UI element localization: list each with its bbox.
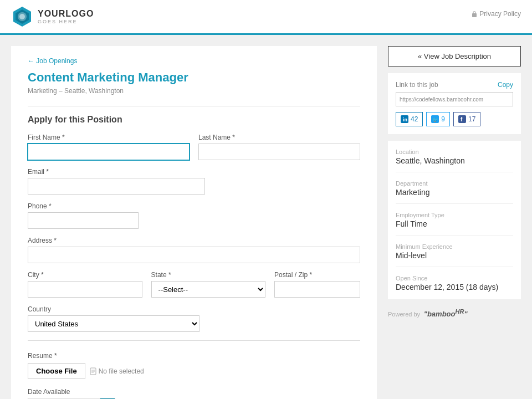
address-row: Address * (28, 237, 360, 263)
first-name-input[interactable] (28, 144, 190, 160)
city-group: City * (28, 271, 142, 298)
state-label: State * (151, 271, 266, 279)
privacy-policy-link[interactable]: Privacy Policy (472, 10, 521, 18)
file-icon (90, 367, 96, 375)
employment-type-item: Employment Type Full Time (396, 212, 513, 236)
svg-text:in: in (403, 117, 407, 122)
link-to-job-label: Link to this job (396, 81, 438, 89)
linkedin-icon: in (401, 115, 408, 123)
address-input[interactable] (28, 247, 360, 263)
resume-divider (28, 340, 360, 341)
form-section-title: Apply for this Position (28, 115, 360, 125)
header: YOURLOGO GOES HERE Privacy Policy (0, 0, 532, 35)
powered-by-label: Powered by (388, 311, 420, 318)
twitter-share-button[interactable]: 🐦 9 (426, 112, 450, 126)
linkedin-share-button[interactable]: in 42 (396, 112, 423, 126)
email-row: Email * (28, 168, 360, 195)
country-select[interactable]: United States (28, 315, 200, 332)
min-experience-item: Minimum Experience Mid-level (396, 243, 513, 267)
date-available-label: Date Available (28, 388, 360, 396)
email-input[interactable] (28, 178, 205, 195)
open-since-label: Open Since (396, 275, 513, 282)
bamboohr-logo-text: "bambooHR" (422, 310, 467, 318)
min-experience-value: Mid-level (396, 251, 513, 260)
application-form-panel: ← Job Openings Content Marketing Manager… (11, 46, 377, 399)
facebook-share-button[interactable]: f 17 (453, 112, 480, 126)
department-label: Department (396, 180, 513, 187)
phone-group: Phone * (28, 202, 360, 229)
sidebar: « View Job Description Link to this job … (388, 46, 521, 399)
email-group: Email * (28, 168, 360, 195)
linkedin-count: 42 (411, 115, 418, 123)
resume-section: Resume * Choose File No file selected (28, 352, 360, 379)
first-name-group: First Name * (28, 134, 190, 160)
svg-point-3 (19, 14, 25, 19)
postal-input[interactable] (274, 281, 360, 298)
department-value: Marketing (396, 188, 513, 197)
department-item: Department Marketing (396, 180, 513, 204)
logo-tagline: GOES HERE (38, 19, 94, 24)
phone-row: Phone * (28, 202, 360, 229)
open-since-item: Open Since December 12, 2015 (18 days) (396, 275, 513, 291)
view-job-description-button[interactable]: « View Job Description (388, 46, 521, 66)
last-name-input[interactable] (198, 144, 360, 160)
phone-label: Phone * (28, 202, 360, 210)
last-name-label: Last Name * (198, 134, 360, 141)
twitter-icon: 🐦 (431, 115, 439, 123)
copy-link-button[interactable]: Copy (498, 81, 513, 89)
location-label: Location (396, 149, 513, 155)
resume-label: Resume * (28, 352, 360, 360)
no-file-label: No file selected (99, 367, 144, 375)
resume-upload-row: Choose File No file selected (28, 363, 360, 379)
employment-type-value: Full Time (396, 219, 513, 228)
date-available-section: Date Available (28, 388, 360, 399)
job-subtitle: Marketing – Seattle, Washington (28, 87, 360, 95)
country-row: Country United States (28, 305, 360, 332)
location-value: Seattle, Washington (396, 156, 513, 165)
job-info-section: Location Seattle, Washington Department … (388, 141, 521, 299)
job-title: Content Marketing Manager (28, 70, 360, 85)
email-label: Email * (28, 168, 360, 176)
facebook-icon: f (458, 115, 466, 123)
link-to-job-row: Link to this job Copy (396, 81, 513, 89)
open-since-value: December 12, 2015 (18 days) (396, 283, 513, 291)
address-group: Address * (28, 237, 360, 263)
name-row: First Name * Last Name * (28, 134, 360, 160)
facebook-count: 17 (468, 115, 475, 123)
state-group: State * --Select-- (151, 271, 266, 298)
social-share-row: in 42 🐦 9 f 17 (396, 112, 513, 126)
logo-icon (11, 6, 33, 28)
country-group: Country United States (28, 305, 360, 332)
phone-input[interactable] (28, 212, 139, 229)
state-select[interactable]: --Select-- (151, 281, 266, 298)
address-label: Address * (28, 237, 360, 244)
svg-text:🐦: 🐦 (432, 116, 439, 123)
employment-type-label: Employment Type (396, 212, 513, 218)
back-to-job-openings-link[interactable]: ← Job Openings (28, 57, 360, 65)
main-layout: ← Job Openings Content Marketing Manager… (0, 35, 532, 399)
postal-group: Postal / Zip * (274, 271, 360, 298)
location-item: Location Seattle, Washington (396, 149, 513, 172)
powered-by: Powered by "bambooHR" (388, 306, 521, 320)
privacy-policy-label: Privacy Policy (479, 10, 521, 18)
file-info: No file selected (90, 367, 144, 375)
svg-rect-4 (472, 13, 477, 17)
job-url-input[interactable] (396, 92, 513, 106)
share-card: Link to this job Copy in 42 🐦 (388, 73, 521, 134)
twitter-count: 9 (441, 115, 445, 123)
min-experience-label: Minimum Experience (396, 243, 513, 250)
postal-label: Postal / Zip * (274, 271, 360, 279)
logo-name: YOURLOGO (38, 9, 94, 19)
city-input[interactable] (28, 281, 142, 298)
logo-text: YOURLOGO GOES HERE (38, 9, 94, 24)
city-state-zip-row: City * State * --Select-- Postal / Zip * (28, 271, 360, 298)
logo: YOURLOGO GOES HERE (11, 6, 94, 28)
lock-icon (472, 11, 477, 17)
first-name-label: First Name * (28, 134, 190, 141)
last-name-group: Last Name * (198, 134, 360, 160)
title-divider (28, 106, 360, 106)
country-label: Country (28, 305, 360, 313)
choose-file-button[interactable]: Choose File (28, 363, 85, 379)
city-label: City * (28, 271, 142, 279)
